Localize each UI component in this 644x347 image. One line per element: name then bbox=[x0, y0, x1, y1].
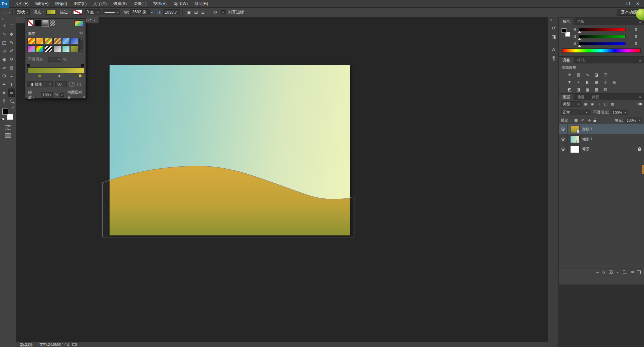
path-selection-tool[interactable]: ➤ bbox=[1, 89, 8, 97]
align-with-layer-checkbox[interactable]: ✓ bbox=[60, 93, 64, 97]
menu-type[interactable]: 文字(Y) bbox=[90, 1, 110, 7]
layer-thumbnail[interactable] bbox=[570, 126, 580, 133]
panel-menu-icon[interactable]: ≡ bbox=[639, 58, 644, 62]
gradient-tool[interactable]: ▤ bbox=[8, 63, 15, 72]
character-panel-icon[interactable]: A bbox=[548, 45, 559, 54]
zoom-level-field[interactable]: 25.21% bbox=[20, 342, 32, 347]
black-white-icon[interactable]: ◧ bbox=[584, 79, 591, 85]
tab-close-icon[interactable]: × bbox=[94, 18, 96, 22]
filter-shape-layers-icon[interactable]: ▢ bbox=[603, 102, 608, 106]
filter-toggle-switch[interactable] bbox=[637, 103, 642, 106]
layer-thumbnail[interactable] bbox=[570, 146, 580, 153]
paragraph-panel-icon[interactable]: ¶ bbox=[548, 54, 559, 62]
exposure-icon[interactable]: ◪ bbox=[593, 72, 600, 77]
green-slider[interactable] bbox=[579, 35, 626, 38]
gradient-map-icon[interactable]: ▩ bbox=[593, 86, 600, 92]
document-canvas[interactable] bbox=[110, 65, 350, 235]
status-options-icon[interactable]: ▶ bbox=[72, 343, 77, 346]
brush-tool[interactable]: ✐ bbox=[8, 47, 15, 55]
quick-mask-button[interactable] bbox=[5, 125, 11, 130]
gear-icon[interactable]: ⚙ bbox=[79, 31, 83, 35]
blend-mode-dropdown[interactable]: 正常 ▾ bbox=[561, 110, 590, 115]
quick-selection-tool[interactable]: ❖ bbox=[8, 30, 15, 38]
fill-gradient-button[interactable] bbox=[42, 20, 48, 26]
gradient-preset[interactable] bbox=[62, 45, 70, 52]
swap-colors-icon[interactable]: ⇄ bbox=[12, 106, 14, 109]
angle-field[interactable]: 90 bbox=[55, 81, 67, 87]
menu-window[interactable]: 窗口(W) bbox=[170, 1, 191, 7]
menu-view[interactable]: 视图(V) bbox=[150, 1, 170, 7]
presets-scrollbar[interactable]: ▲ ▼ bbox=[79, 38, 83, 52]
layer-row-shape-1[interactable]: 形状 1 bbox=[559, 124, 644, 134]
gradient-preset[interactable] bbox=[71, 38, 78, 44]
opacity-stop-right[interactable] bbox=[81, 64, 84, 67]
layer-name[interactable]: 形状 1 bbox=[582, 127, 593, 132]
lock-transparency-icon[interactable]: ▦ bbox=[574, 118, 579, 123]
resize-grip-icon[interactable]: ◢ bbox=[83, 95, 85, 98]
path-alignment-icon[interactable]: ⊟ bbox=[194, 10, 198, 15]
zoom-tool[interactable] bbox=[8, 97, 15, 105]
eyedropper-tool[interactable]: ✎ bbox=[8, 38, 15, 47]
tool-preset-icon[interactable]: ▭ bbox=[3, 10, 7, 15]
filter-adjustment-layers-icon[interactable]: ◉ bbox=[590, 102, 595, 106]
add-layer-mask-icon[interactable] bbox=[609, 271, 613, 274]
hidden-panel-tab[interactable] bbox=[642, 165, 644, 174]
scroll-up-icon[interactable]: ▲ bbox=[80, 38, 82, 40]
default-colors-icon[interactable] bbox=[1, 117, 4, 121]
align-edges-checkbox[interactable]: ✓ bbox=[221, 10, 225, 14]
path-operations-icon[interactable]: ▣ bbox=[187, 10, 191, 15]
green-value[interactable]: 0 bbox=[628, 34, 637, 38]
expand-panels-icon[interactable]: « bbox=[548, 17, 558, 24]
restore-button[interactable]: ❐ bbox=[626, 1, 630, 6]
lock-position-icon[interactable]: ✛ bbox=[587, 118, 592, 123]
reverse-gradient-icon[interactable]: ◫ bbox=[77, 82, 81, 86]
filter-smart-objects-icon[interactable]: ▦ bbox=[610, 102, 615, 106]
menu-image[interactable]: 图像(I) bbox=[52, 1, 70, 7]
gear-icon[interactable]: ⚙ bbox=[213, 10, 217, 15]
gradient-preset[interactable] bbox=[36, 38, 44, 44]
blur-tool[interactable]: ❍ bbox=[1, 72, 8, 80]
color-spectrum-bar[interactable] bbox=[562, 48, 641, 53]
panel-menu-icon[interactable]: ≡ bbox=[639, 95, 644, 99]
opacity-stop-left[interactable] bbox=[27, 64, 30, 67]
scale-field[interactable]: 100 ▾ bbox=[41, 92, 53, 98]
new-adjustment-layer-icon[interactable]: ◐ bbox=[617, 270, 619, 274]
red-value[interactable]: 0 bbox=[628, 27, 637, 31]
angle-dial[interactable] bbox=[69, 82, 74, 87]
height-field[interactable]: 1038.7 bbox=[163, 9, 180, 15]
eraser-tool[interactable]: ▱ bbox=[1, 63, 8, 72]
layer-style-icon[interactable]: fx bbox=[603, 270, 606, 274]
filter-type-layers-icon[interactable]: T bbox=[597, 102, 602, 106]
layer-thumbnail[interactable] bbox=[570, 136, 580, 143]
close-button[interactable]: ✕ bbox=[636, 1, 639, 6]
link-dimensions-icon[interactable]: ∞ bbox=[151, 10, 154, 15]
lasso-tool[interactable]: ∿ bbox=[1, 30, 8, 38]
type-tool[interactable]: T bbox=[8, 80, 15, 89]
tab-swatches[interactable]: 色板 bbox=[574, 18, 588, 25]
brightness-contrast-icon[interactable]: ☀ bbox=[566, 72, 573, 77]
path-arrangement-icon[interactable]: ≣ bbox=[201, 10, 205, 15]
collapse-tools-icon[interactable]: « bbox=[0, 17, 16, 22]
invert-icon[interactable]: ◩ bbox=[566, 86, 573, 92]
tool-preset-caret-icon[interactable]: ▾ bbox=[8, 11, 10, 14]
properties-panel-icon[interactable]: ◨ bbox=[548, 32, 559, 41]
gradient-editor-bar[interactable] bbox=[27, 67, 84, 73]
fg-bg-mini-swatches[interactable] bbox=[561, 28, 570, 37]
gradient-preset[interactable] bbox=[45, 45, 52, 52]
color-stop-green[interactable] bbox=[38, 74, 41, 77]
healing-brush-tool[interactable]: ⊕ bbox=[1, 47, 8, 55]
width-field[interactable]: 3682 像 bbox=[130, 9, 150, 15]
stop-opacity-field[interactable]: ▾ bbox=[48, 57, 61, 62]
threshold-icon[interactable]: ▣ bbox=[584, 86, 591, 92]
gradient-preset[interactable] bbox=[53, 45, 61, 52]
move-tool[interactable]: ✛ bbox=[1, 22, 8, 30]
gradient-preset[interactable] bbox=[53, 38, 61, 44]
new-layer-icon[interactable]: ⊞ bbox=[631, 270, 634, 274]
new-group-icon[interactable] bbox=[623, 271, 627, 274]
delete-layer-icon[interactable] bbox=[638, 271, 641, 274]
tab-paths[interactable]: 路径 bbox=[588, 94, 603, 100]
blue-value[interactable]: 0 bbox=[628, 41, 637, 45]
tool-mode-dropdown[interactable]: 形状 ▾ bbox=[15, 9, 30, 15]
color-picker-button[interactable] bbox=[74, 20, 83, 26]
screen-mode-button[interactable] bbox=[5, 133, 11, 138]
